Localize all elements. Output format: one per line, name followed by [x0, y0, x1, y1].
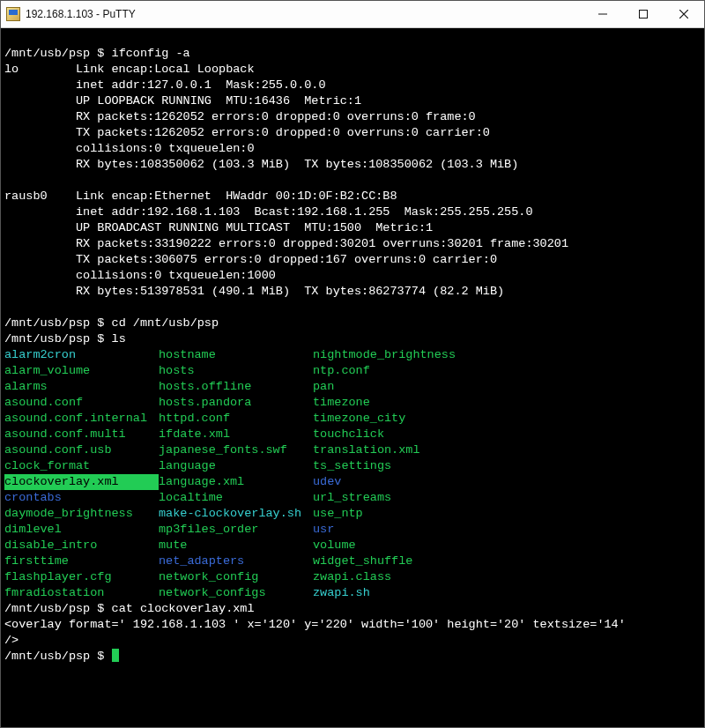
- ls-entry: volume: [313, 538, 489, 553]
- ls-entry: usr: [313, 522, 489, 538]
- ls-col-3: nightmode_brightnessntp.confpantimezonet…: [313, 347, 489, 601]
- ifconfig-rausb0: RX bytes:513978531 (490.1 MiB) TX bytes:…: [4, 285, 504, 298]
- ls-entry: widget_shuffle: [313, 553, 489, 569]
- ls-entry: disable_intro: [4, 538, 159, 553]
- ls-entry: httpd.conf: [159, 411, 313, 427]
- ls-entry: alarms: [4, 379, 159, 395]
- cat-output: />: [4, 634, 19, 647]
- title-left: 192.168.1.103 - PuTTY: [6, 7, 136, 21]
- ls-entry: nightmode_brightness: [313, 347, 489, 363]
- ifconfig-rausb0: TX packets:306075 errors:0 dropped:167 o…: [4, 253, 497, 266]
- ifconfig-rausb0: UP BROADCAST RUNNING MULTICAST MTU:1500 …: [4, 221, 433, 234]
- ls-col-1: alarm2cronalarm_volumealarmsasound.confa…: [4, 347, 159, 601]
- minimize-button[interactable]: [583, 1, 623, 27]
- maximize-icon: [639, 10, 648, 19]
- ls-entry: ntp.conf: [313, 363, 489, 379]
- ifconfig-lo: UP LOOPBACK RUNNING MTU:16436 Metric:1: [4, 94, 361, 108]
- ls-entry: mp3files_order: [159, 522, 313, 538]
- prompt-line: /mnt/usb/psp $ cd /mnt/usb/psp: [4, 316, 219, 330]
- ls-entry: asound.conf: [4, 395, 159, 411]
- window-buttons: [583, 1, 704, 27]
- cursor: [112, 649, 119, 662]
- ls-entry: asound.conf.internal: [4, 411, 159, 427]
- ifconfig-rausb0: rausb0 Link encap:Ethernet HWaddr 00:1D:…: [4, 189, 397, 203]
- ls-entry: url_streams: [313, 490, 489, 506]
- ifconfig-lo: RX packets:1262052 errors:0 dropped:0 ov…: [4, 110, 476, 123]
- ls-listing: alarm2cronalarm_volumealarmsasound.confa…: [4, 347, 701, 601]
- ifconfig-lo: lo Link encap:Local Loopback: [4, 63, 255, 76]
- ls-entry: asound.conf.usb: [4, 442, 159, 458]
- prompt-line: /mnt/usb/psp $ cat clockoverlay.xml: [4, 602, 255, 615]
- ls-entry: alarm_volume: [4, 363, 159, 379]
- titlebar[interactable]: 192.168.1.103 - PuTTY: [1, 1, 704, 28]
- ls-entry: flashplayer.cfg: [4, 569, 159, 585]
- ls-entry: crontabs: [4, 490, 159, 506]
- ls-entry: net_adapters: [159, 553, 313, 569]
- ls-entry: hosts: [159, 363, 313, 379]
- terminal-output[interactable]: /mnt/usb/psp $ ifconfig -a lo Link encap…: [1, 28, 704, 727]
- ifconfig-lo: inet addr:127.0.0.1 Mask:255.0.0.0: [4, 78, 326, 92]
- ls-entry: ts_settings: [313, 458, 489, 474]
- ls-entry: language: [159, 458, 313, 474]
- minimize-icon: [598, 10, 607, 19]
- ifconfig-lo: RX bytes:108350062 (103.3 MiB) TX bytes:…: [4, 158, 518, 171]
- ls-entry: timezone_city: [313, 411, 489, 427]
- ls-entry: daymode_brightness: [4, 506, 159, 522]
- ls-entry: udev: [313, 474, 489, 490]
- ifconfig-rausb0: collisions:0 txqueuelen:1000: [4, 269, 276, 282]
- ls-entry: zwapi.class: [313, 569, 489, 585]
- prompt-line: /mnt/usb/psp $ ls: [4, 332, 126, 345]
- ls-entry: network_config: [159, 569, 313, 585]
- putty-window: 192.168.1.103 - PuTTY /mnt/usb/psp $ ifc…: [0, 0, 705, 728]
- ls-entry: zwapi.sh: [313, 585, 489, 601]
- ls-entry: timezone: [313, 395, 489, 411]
- ls-entry: language.xml: [159, 474, 313, 490]
- ls-entry: hosts.pandora: [159, 395, 313, 411]
- ls-entry: fmradiostation: [4, 585, 159, 601]
- window-title: 192.168.1.103 - PuTTY: [26, 8, 136, 20]
- close-button[interactable]: [664, 1, 704, 27]
- ls-entry: firsttime: [4, 553, 159, 569]
- blank-line: [4, 301, 11, 314]
- ls-entry: ifdate.xml: [159, 427, 313, 442]
- putty-icon: [6, 7, 20, 21]
- ls-entry: japanese_fonts.swf: [159, 442, 313, 458]
- ls-entry: clockoverlay.xml: [4, 474, 159, 490]
- ifconfig-rausb0: RX packets:33190222 errors:0 dropped:302…: [4, 237, 568, 250]
- ls-entry: touchclick: [313, 427, 489, 442]
- ls-entry: clock_format: [4, 458, 159, 474]
- ls-col-2: hostnamehostshosts.offlinehosts.pandorah…: [159, 347, 313, 601]
- ls-entry: mute: [159, 538, 313, 553]
- ls-entry: network_configs: [159, 585, 313, 601]
- prompt-line: /mnt/usb/psp $ ifconfig -a: [4, 47, 190, 60]
- ls-entry: pan: [313, 379, 489, 395]
- cat-output: <overlay format=' 192.168.1.103 ' x='120…: [4, 618, 626, 631]
- ls-entry: dimlevel: [4, 522, 159, 538]
- ls-entry: asound.conf.multi: [4, 427, 159, 442]
- ls-entry: localtime: [159, 490, 313, 506]
- ls-entry: use_ntp: [313, 506, 489, 522]
- maximize-button[interactable]: [623, 1, 664, 27]
- ifconfig-lo: TX packets:1262052 errors:0 dropped:0 ov…: [4, 126, 490, 139]
- prompt-line: /mnt/usb/psp $: [4, 650, 119, 663]
- close-icon: [679, 10, 688, 19]
- svg-rect-0: [640, 11, 648, 19]
- ls-entry: make-clockoverlay.sh: [159, 506, 313, 522]
- ls-entry: hostname: [159, 347, 313, 363]
- ifconfig-lo: collisions:0 txqueuelen:0: [4, 142, 255, 155]
- ls-entry: hosts.offline: [159, 379, 313, 395]
- blank-line: [4, 174, 11, 187]
- ifconfig-rausb0: inet addr:192.168.1.103 Bcast:192.168.1.…: [4, 205, 533, 219]
- ls-entry: translation.xml: [313, 442, 489, 458]
- ls-entry: alarm2cron: [4, 347, 159, 363]
